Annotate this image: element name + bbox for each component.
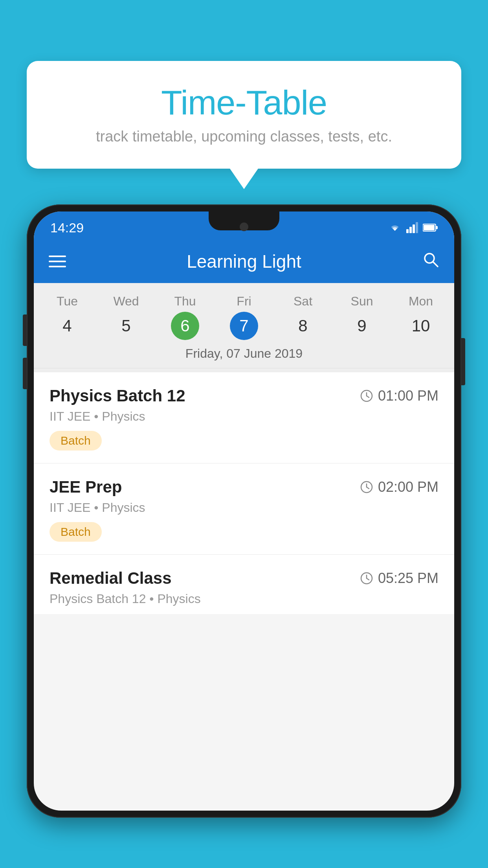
hamburger-menu[interactable] <box>49 256 66 267</box>
schedule-item-3[interactable]: Remedial Class 05:25 PM Physics Batch 12… <box>34 555 454 614</box>
signal-icon <box>406 222 418 233</box>
clock-icon-2 <box>360 480 373 494</box>
volume-up-button <box>23 314 27 346</box>
svg-rect-3 <box>416 222 418 233</box>
svg-rect-6 <box>436 226 438 229</box>
phone-notch <box>209 211 279 230</box>
selected-date-label: Friday, 07 June 2019 <box>34 340 454 368</box>
item-subtitle-1: IIT JEE • Physics <box>50 409 438 424</box>
svg-line-11 <box>367 396 369 397</box>
clock-icon-1 <box>360 389 373 403</box>
date-8[interactable]: 8 <box>273 312 332 340</box>
power-button <box>461 338 465 385</box>
calendar-strip: Tue Wed Thu Fri Sat Sun Mon 4 5 6 7 8 9 … <box>34 283 454 372</box>
item-title-2: JEE Prep <box>50 478 122 497</box>
volume-down-button <box>23 358 27 389</box>
svg-line-17 <box>367 578 369 580</box>
day-wed: Wed <box>97 291 156 312</box>
app-title: Learning Light <box>81 251 407 272</box>
date-9[interactable]: 9 <box>332 312 391 340</box>
phone-screen: 14:29 <box>34 211 454 811</box>
date-10[interactable]: 10 <box>391 312 450 340</box>
batch-badge-2: Batch <box>50 522 102 542</box>
wifi-icon <box>388 222 402 233</box>
app-bar: Learning Light <box>34 240 454 283</box>
status-time: 14:29 <box>50 220 84 235</box>
item-title-3: Remedial Class <box>50 569 172 588</box>
batch-badge-1: Batch <box>50 431 102 451</box>
item-header-2: JEE Prep 02:00 PM <box>50 478 438 497</box>
svg-rect-2 <box>413 224 415 233</box>
item-subtitle-2: IIT JEE • Physics <box>50 500 438 515</box>
day-sun: Sun <box>332 291 391 312</box>
svg-rect-1 <box>409 227 412 233</box>
card-title: Time-Table <box>50 83 438 123</box>
day-tue: Tue <box>38 291 97 312</box>
camera <box>240 223 248 231</box>
date-4[interactable]: 4 <box>38 312 97 340</box>
info-card: Time-Table track timetable, upcoming cla… <box>27 61 461 169</box>
schedule-list: Physics Batch 12 01:00 PM IIT JEE • Phys… <box>34 372 454 614</box>
day-thu: Thu <box>156 291 215 312</box>
svg-rect-0 <box>406 229 409 233</box>
day-numbers: 4 5 6 7 8 9 10 <box>34 312 454 340</box>
schedule-item-2[interactable]: JEE Prep 02:00 PM IIT JEE • Physics Batc… <box>34 463 454 555</box>
status-icons <box>388 222 438 233</box>
day-mon: Mon <box>391 291 450 312</box>
date-5[interactable]: 5 <box>97 312 156 340</box>
date-6-today[interactable]: 6 <box>171 312 199 340</box>
time-label-3: 05:25 PM <box>378 570 438 587</box>
phone-outer: 14:29 <box>27 204 461 818</box>
search-button[interactable] <box>422 251 439 272</box>
item-time-2: 02:00 PM <box>360 479 438 495</box>
svg-rect-5 <box>424 225 435 230</box>
clock-icon-3 <box>360 572 373 585</box>
schedule-item-1[interactable]: Physics Batch 12 01:00 PM IIT JEE • Phys… <box>34 372 454 463</box>
day-sat: Sat <box>273 291 332 312</box>
day-headers: Tue Wed Thu Fri Sat Sun Mon <box>34 291 454 312</box>
svg-line-8 <box>433 262 438 267</box>
item-subtitle-3: Physics Batch 12 • Physics <box>50 592 438 606</box>
item-title-1: Physics Batch 12 <box>50 386 185 405</box>
svg-line-14 <box>367 487 369 489</box>
item-header-1: Physics Batch 12 01:00 PM <box>50 386 438 405</box>
item-time-3: 05:25 PM <box>360 570 438 587</box>
date-7-selected[interactable]: 7 <box>230 312 258 340</box>
item-time-1: 01:00 PM <box>360 388 438 404</box>
time-label-1: 01:00 PM <box>378 388 438 404</box>
battery-icon <box>423 223 438 232</box>
day-fri: Fri <box>215 291 273 312</box>
time-label-2: 02:00 PM <box>378 479 438 495</box>
item-header-3: Remedial Class 05:25 PM <box>50 569 438 588</box>
phone-mockup: 14:29 <box>27 204 461 868</box>
card-subtitle: track timetable, upcoming classes, tests… <box>50 128 438 145</box>
